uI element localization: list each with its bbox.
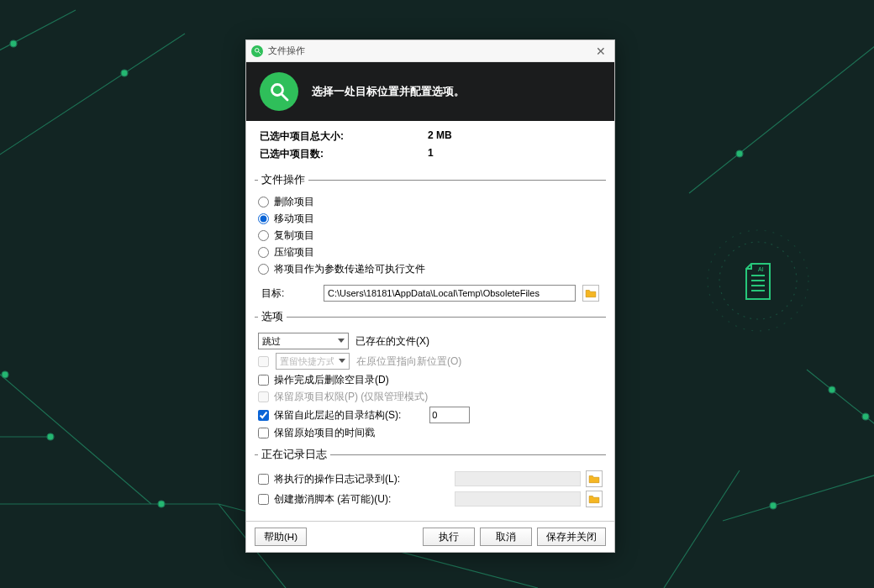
window-title: 文件操作	[268, 45, 305, 57]
target-path-input[interactable]	[324, 285, 576, 302]
keep-timestamp-label[interactable]: 保留原始项目的时间戳	[274, 426, 375, 440]
structure-level-input[interactable]	[429, 407, 470, 423]
radio-pass-to-exe-label[interactable]: 将项目作为参数传递给可执行文件	[274, 262, 425, 276]
keep-permissions-checkbox	[258, 391, 269, 402]
dialog-header: 选择一处目标位置并配置选项。	[246, 62, 614, 121]
titlebar: 文件操作 ✕	[246, 40, 614, 62]
svg-text:AI: AI	[758, 266, 764, 272]
cancel-button[interactable]: 取消	[480, 528, 532, 546]
svg-line-2	[0, 34, 185, 176]
delete-empty-dirs-label[interactable]: 操作完成后删除空目录(D)	[274, 373, 389, 387]
keep-permissions-label: 保留原项目权限(P) (仅限管理模式)	[274, 390, 428, 404]
shortcut-label: 在原位置指向新位置(O)	[356, 354, 461, 369]
total-size-value: 2 MB	[428, 129, 452, 144]
logging-legend: 正在记录日志	[258, 448, 330, 462]
item-count-label: 已选中项目数:	[260, 147, 428, 161]
file-operation-legend: 文件操作	[258, 173, 308, 187]
header-instruction: 选择一处目标位置并配置选项。	[312, 85, 465, 99]
radio-compress[interactable]	[258, 247, 269, 258]
execute-button[interactable]: 执行	[423, 528, 475, 546]
close-icon[interactable]: ✕	[592, 45, 609, 58]
shortcut-mode-select: 置留快捷方式	[276, 353, 350, 370]
options-group: 选项 跳过 已存在的文件(X) 置留快捷方式 在原位置指向新位置(O) 操作完成…	[255, 310, 606, 444]
svg-line-4	[0, 353, 151, 504]
save-close-button[interactable]: 保存并关闭	[537, 528, 606, 546]
dialog-footer: 帮助(H) 执行 取消 保存并关闭	[246, 521, 614, 552]
radio-delete[interactable]	[258, 197, 269, 207]
existing-file-action-select[interactable]: 跳过	[258, 333, 349, 349]
total-size-label: 已选中项目总大小:	[260, 129, 428, 144]
svg-point-5	[2, 371, 8, 378]
keep-structure-checkbox[interactable]	[258, 410, 269, 421]
radio-move[interactable]	[258, 213, 269, 224]
svg-point-22	[708, 230, 808, 331]
svg-point-19	[770, 502, 777, 509]
svg-point-9	[158, 501, 165, 507]
radio-delete-label[interactable]: 删除项目	[274, 195, 314, 209]
radio-copy-label[interactable]: 复制项目	[274, 228, 314, 243]
radio-copy[interactable]	[258, 230, 269, 241]
svg-point-7	[47, 433, 54, 440]
target-label: 目标:	[261, 286, 317, 301]
svg-point-14	[736, 150, 743, 157]
keep-timestamp-checkbox[interactable]	[258, 428, 269, 438]
undo-path-display	[455, 491, 581, 507]
svg-line-31	[282, 95, 288, 101]
item-count-value: 1	[428, 147, 434, 161]
svg-line-20	[664, 470, 740, 588]
search-icon	[260, 72, 298, 111]
log-operations-checkbox[interactable]	[258, 474, 269, 485]
svg-line-0	[0, 10, 76, 59]
radio-move-label[interactable]: 移动项目	[274, 212, 314, 226]
app-icon	[251, 45, 263, 57]
file-operation-group: 文件操作 删除项目 移动项目 复制项目 压缩项目 将项目作为参数传递给可执行文件…	[255, 173, 606, 307]
radio-compress-label[interactable]: 压缩项目	[274, 245, 314, 260]
options-legend: 选项	[258, 310, 287, 324]
delete-empty-dirs-checkbox[interactable]	[258, 375, 269, 386]
undo-script-checkbox[interactable]	[258, 494, 269, 505]
file-operation-dialog: 文件操作 ✕ 选择一处目标位置并配置选项。 已选中项目总大小: 2 MB 已选中…	[245, 39, 615, 553]
shortcut-checkbox	[258, 356, 269, 367]
svg-point-3	[121, 70, 128, 76]
undo-script-label[interactable]: 创建撤消脚本 (若可能)(U):	[274, 492, 391, 507]
browse-target-button[interactable]	[582, 285, 599, 302]
radio-pass-to-exe[interactable]	[258, 264, 269, 275]
keep-structure-label[interactable]: 保留自此层起的目录结构(S):	[274, 408, 401, 423]
help-button[interactable]: 帮助(H)	[255, 528, 307, 546]
svg-line-18	[723, 470, 874, 521]
logging-group: 正在记录日志 将执行的操作日志记录到(L): 创建撤消脚本 (若可能)(U):	[255, 448, 606, 512]
svg-line-29	[258, 52, 260, 54]
svg-point-21	[719, 242, 797, 319]
existing-file-label: 已存在的文件(X)	[355, 334, 429, 349]
svg-point-1	[10, 40, 17, 47]
log-operations-label[interactable]: 将执行的操作日志记录到(L):	[274, 472, 400, 486]
svg-point-17	[862, 413, 869, 420]
browse-undo-path-button[interactable]	[586, 491, 603, 507]
svg-line-15	[807, 370, 874, 437]
log-path-display	[455, 471, 581, 486]
browse-log-path-button[interactable]	[586, 470, 603, 487]
selection-summary: 已选中项目总大小: 2 MB 已选中项目数: 1	[246, 121, 614, 170]
svg-point-16	[829, 386, 835, 393]
svg-line-13	[689, 34, 874, 193]
